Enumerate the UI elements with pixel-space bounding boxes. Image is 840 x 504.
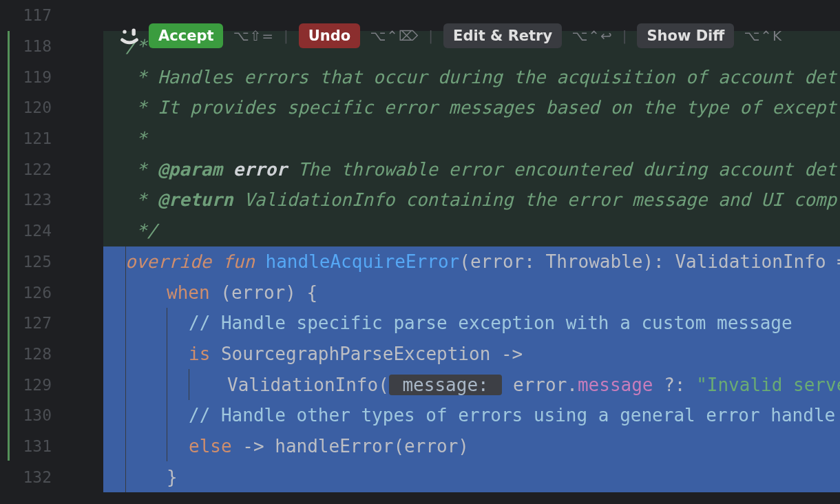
code-text: }	[167, 467, 178, 487]
line-number[interactable]: 124	[0, 216, 103, 246]
line-number[interactable]: 117	[0, 0, 103, 31]
doc-comment: * @return ValidationInfo containing the …	[125, 189, 837, 210]
code-line[interactable]: * @return ValidationInfo containing the …	[103, 185, 840, 216]
doc-comment: * It provides specific error messages ba…	[125, 97, 837, 118]
line-number[interactable]: 119	[0, 61, 103, 92]
accept-button[interactable]: Accept	[149, 23, 223, 48]
edit-retry-button[interactable]: Edit & Retry	[443, 23, 562, 48]
svg-point-0	[123, 30, 126, 33]
gutter: 117 118 119 120 121 122 123 124 125 126 …	[0, 0, 103, 504]
code-text: else -> handleError(error)	[189, 436, 469, 456]
code-line[interactable]: */	[103, 216, 840, 246]
code-line[interactable]: }	[103, 461, 840, 492]
line-number[interactable]: 132	[0, 461, 103, 492]
line-number[interactable]: 125	[0, 246, 103, 277]
line-number[interactable]: 118	[0, 31, 103, 62]
line-number[interactable]: 121	[0, 123, 103, 154]
line-number[interactable]: 128	[0, 339, 103, 370]
line-number[interactable]: 123	[0, 185, 103, 216]
doc-comment: * @param error The throwable error encou…	[125, 159, 837, 180]
shortcut-hint: ⌥⇧=	[233, 28, 274, 44]
line-number[interactable]: 127	[0, 308, 103, 339]
comment: // Handle specific parse exception with …	[189, 313, 792, 333]
line-number[interactable]: 126	[0, 277, 103, 308]
code-line[interactable]: * Handles errors that occur during the a…	[103, 61, 840, 92]
code-text: override fun handleAcquireError(error: T…	[125, 251, 840, 272]
code-line[interactable]: * @param error The throwable error encou…	[103, 154, 840, 185]
editor[interactable]: /** * Handles errors that occur during t…	[103, 0, 840, 504]
cody-logo-icon	[120, 26, 139, 45]
line-number[interactable]: 131	[0, 431, 103, 462]
code-text: is SourcegraphParseException ->	[189, 344, 523, 364]
code-line[interactable]: *	[103, 123, 840, 154]
code-text: when (error) {	[167, 282, 317, 303]
line-number[interactable]: 120	[0, 92, 103, 123]
code-line[interactable]: // Handle specific parse exception with …	[103, 308, 840, 339]
doc-comment: *	[125, 128, 147, 149]
parameter-hint: message:	[389, 375, 503, 395]
show-diff-button[interactable]: Show Diff	[637, 23, 734, 48]
separator: |	[622, 28, 628, 44]
shortcut-hint: ⌥⌃⌦	[370, 28, 419, 44]
doc-comment: */	[125, 220, 158, 241]
line-number[interactable]: 122	[0, 154, 103, 185]
shortcut-hint: ⌥⌃K	[744, 28, 782, 44]
undo-button[interactable]: Undo	[299, 23, 360, 48]
comment: // Handle other types of errors using a …	[189, 405, 835, 426]
inline-action-toolbar: Accept ⌥⇧= | Undo ⌥⌃⌦ | Edit & Retry ⌥⌃↩…	[117, 19, 840, 52]
code-line[interactable]: * It provides specific error messages ba…	[103, 92, 840, 123]
separator: |	[428, 28, 434, 44]
doc-comment: * Handles errors that occur during the a…	[125, 67, 837, 87]
code-line[interactable]: // Handle other types of errors using a …	[103, 400, 840, 431]
code-line[interactable]: override fun handleAcquireError(error: T…	[103, 246, 840, 277]
separator: |	[284, 28, 289, 44]
code-line[interactable]: ValidationInfo( message: error.message ?…	[103, 369, 840, 400]
shortcut-hint: ⌥⌃↩	[571, 28, 613, 44]
line-number[interactable]: 129	[0, 369, 103, 400]
code-line[interactable]: is SourcegraphParseException ->	[103, 339, 840, 370]
code-text: ValidationInfo( message: error.message ?…	[227, 375, 840, 395]
line-number[interactable]: 130	[0, 400, 103, 431]
code-line[interactable]: when (error) {	[103, 277, 840, 308]
code-line[interactable]: else -> handleError(error)	[103, 431, 840, 462]
svg-rect-1	[132, 29, 136, 36]
